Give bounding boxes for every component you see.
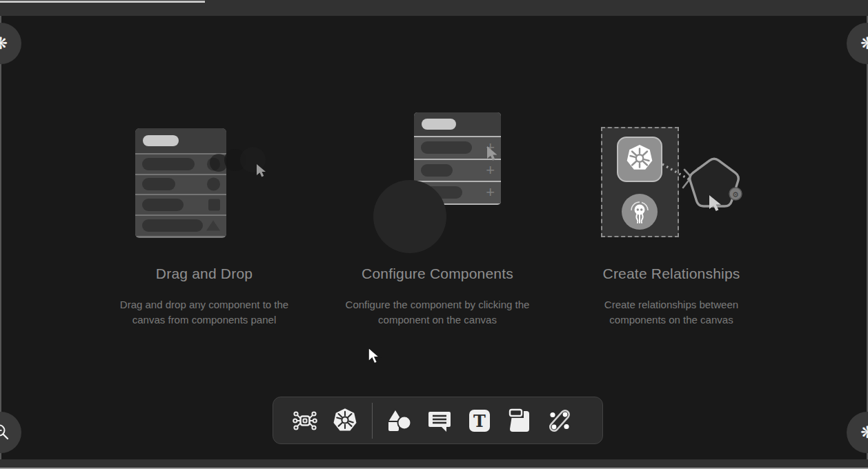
panel-title-pill <box>422 119 456 130</box>
left-edge-line <box>0 16 1 459</box>
triangle-shape <box>206 221 220 231</box>
octopus-icon <box>624 197 655 227</box>
canvas-stage[interactable]: ❋ ❋ ❋ <box>0 0 868 469</box>
note-tool-button[interactable] <box>504 405 535 437</box>
kubernetes-icon <box>622 142 657 177</box>
panel-title-pill <box>143 135 179 146</box>
components-panel-button[interactable] <box>289 405 321 437</box>
component-row <box>135 175 226 194</box>
kubernetes-components-button[interactable] <box>329 405 361 437</box>
top-progress-line <box>0 1 205 3</box>
illustration-cursor-icon <box>485 146 500 162</box>
octopus-node <box>622 194 658 230</box>
relationship-link-icon <box>546 407 573 435</box>
card-title: Create Relationships <box>547 266 796 282</box>
right-tools-toggle-button[interactable]: ❋ <box>847 412 868 453</box>
illustration-cursor-icon <box>255 163 268 179</box>
zoom-in-button[interactable] <box>0 412 21 453</box>
shapes-tool-button[interactable] <box>384 405 415 437</box>
svg-text:T: T <box>473 411 486 431</box>
comment-tool-button[interactable] <box>424 405 455 437</box>
card-title: Configure Components <box>313 266 562 282</box>
relationship-tool-button[interactable] <box>544 405 575 437</box>
plus-icon: + <box>486 163 495 178</box>
plus-icon: + <box>486 185 495 200</box>
flower-icon: ❋ <box>860 35 868 52</box>
component-row <box>135 195 226 214</box>
text-tool-button[interactable]: T <box>464 405 495 437</box>
mouse-cursor <box>366 347 382 366</box>
square-shape <box>208 199 220 210</box>
card-description: Create relationships between components … <box>582 297 761 328</box>
right-drawer-toggle-button[interactable]: ❋ <box>847 23 868 64</box>
component-chip-icon <box>291 407 319 435</box>
flower-icon: ❋ <box>0 35 8 52</box>
note-tool-icon <box>506 407 533 435</box>
svg-text:⚙: ⚙ <box>732 190 739 199</box>
flower-icon: ❋ <box>860 424 868 441</box>
illustration-panel-header <box>414 112 501 136</box>
top-bar <box>0 0 868 16</box>
kubernetes-icon <box>331 406 359 435</box>
dock-divider <box>372 403 373 439</box>
card-description: Configure the component by clicking the … <box>331 297 544 328</box>
comment-tool-icon <box>426 407 453 435</box>
card-title: Drag and Drop <box>80 266 328 282</box>
relationship-edge-graphic: ⚙ <box>655 138 766 228</box>
shapes-tool-icon <box>386 407 413 435</box>
left-drawer-toggle-button[interactable]: ❋ <box>0 23 21 64</box>
magnifier-plus-icon <box>0 422 11 443</box>
drag-drop-illustration <box>135 128 226 238</box>
component-row <box>135 216 226 236</box>
circle-shape <box>207 178 220 191</box>
config-row: + <box>414 160 501 181</box>
card-description: Drag and drop any component to the canva… <box>104 297 304 328</box>
illustration-panel-header <box>135 128 226 153</box>
text-tool-icon: T <box>466 407 493 435</box>
tool-dock: T <box>273 397 603 444</box>
component-node-circle <box>373 180 446 253</box>
